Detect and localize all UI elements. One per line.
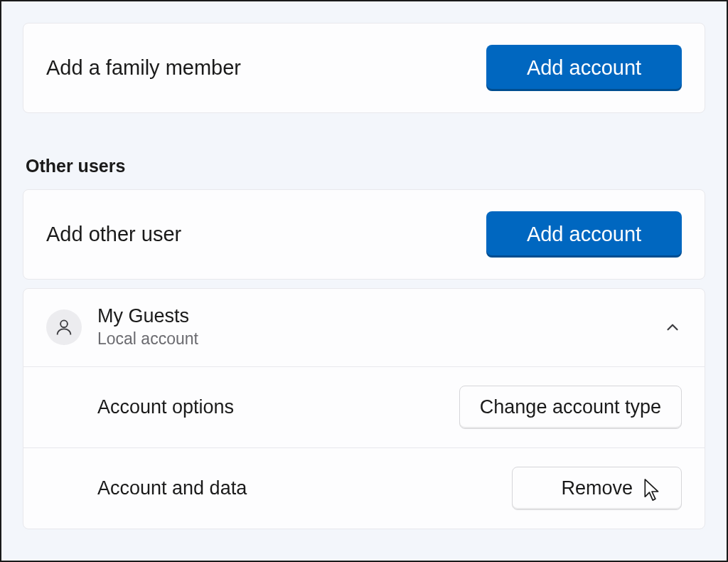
chevron-up-icon [663,318,682,336]
change-account-type-button[interactable]: Change account type [459,386,682,429]
user-account-card: My Guests Local account Account options … [23,288,705,529]
add-family-account-button[interactable]: Add account [486,45,682,91]
user-info: My Guests Local account [97,304,663,351]
add-family-member-card: Add a family member Add account [23,23,705,113]
svg-point-0 [60,321,68,328]
add-other-user-card: Add other user Add account [23,189,705,280]
user-account-type: Local account [97,327,663,350]
add-other-account-button[interactable]: Add account [486,211,682,258]
account-options-label: Account options [97,396,234,418]
add-family-member-label: Add a family member [46,56,241,80]
account-and-data-row: Account and data Remove [23,448,705,529]
other-users-heading: Other users [26,156,705,176]
account-and-data-label: Account and data [97,477,247,499]
add-other-user-label: Add other user [46,223,181,246]
user-name: My Guests [97,304,663,327]
user-avatar-icon [46,309,82,345]
user-account-header[interactable]: My Guests Local account [23,289,705,367]
account-options-row: Account options Change account type [23,367,705,448]
remove-account-button[interactable]: Remove [512,467,682,510]
